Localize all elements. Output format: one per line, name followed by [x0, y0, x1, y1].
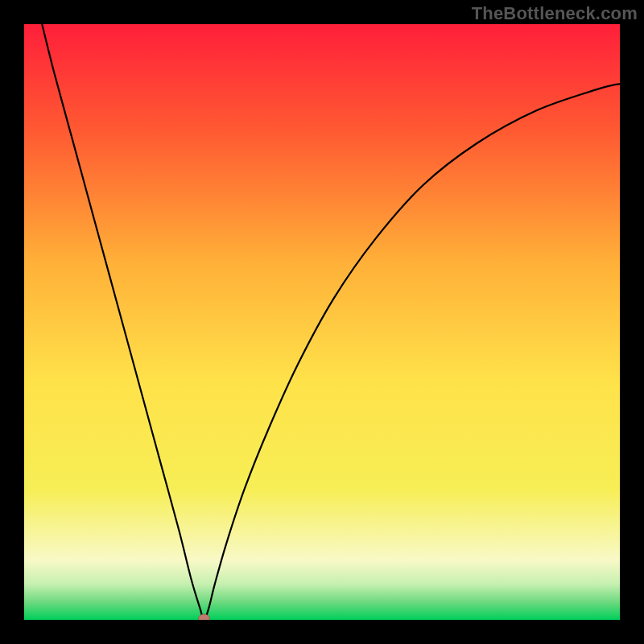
chart-svg: [24, 24, 620, 620]
watermark-text: TheBottleneck.com: [472, 3, 638, 24]
chart-area: [24, 24, 620, 620]
